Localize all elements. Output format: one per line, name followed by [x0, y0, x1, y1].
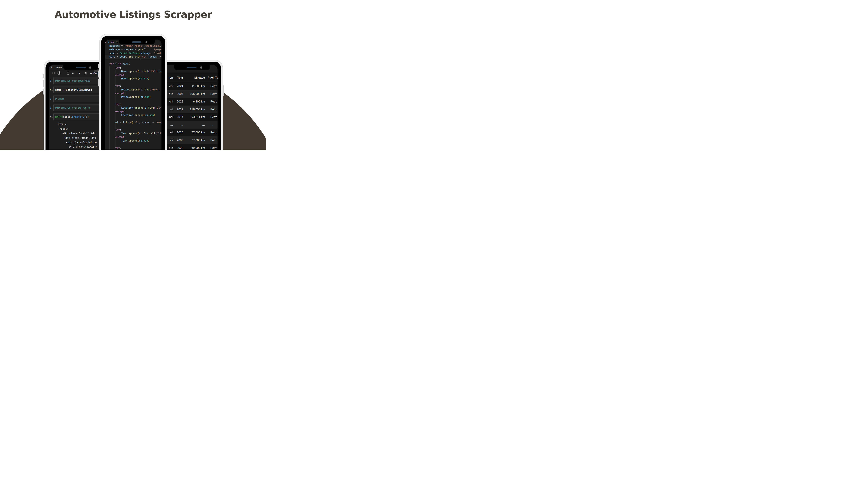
code-token: :	[120, 66, 121, 69]
table-cell: Petro	[205, 98, 217, 106]
code-line: cars = soup.find_all('li', class_ = 'c	[105, 55, 161, 59]
volume-up-button	[98, 70, 100, 77]
code-token: nan	[143, 139, 148, 142]
code-line: Location.append(i.find('ul', c	[105, 106, 161, 110]
code-token: :	[120, 103, 121, 106]
volume-down-button	[42, 89, 44, 94]
code-token: find	[126, 121, 131, 124]
code-token: webpage	[109, 48, 121, 51]
code-token: try	[115, 128, 120, 131]
code-token: append	[135, 114, 143, 116]
code-token: 'li'	[157, 132, 161, 135]
code-token: in	[118, 62, 123, 65]
code-token: class_	[149, 55, 160, 58]
code-token: Name	[121, 77, 127, 80]
code-token: get	[138, 48, 142, 51]
code-token: try	[115, 147, 120, 149]
code-token: soup	[109, 52, 117, 54]
code-token: Location	[121, 106, 133, 109]
code-token: BeautifulSoup	[120, 52, 139, 54]
code-token: =	[152, 121, 155, 124]
silence-switch	[98, 64, 100, 68]
table-cell: 2014	[173, 113, 183, 121]
code-token: soup	[55, 88, 63, 91]
cell-prompt: ]:	[49, 106, 53, 109]
code-token: .	[142, 132, 143, 135]
code-line: Name.append(np.nan)	[105, 77, 161, 80]
code-token: in	[111, 41, 114, 43]
paste-icon[interactable]	[67, 72, 69, 74]
code-token: ### Now we are going to	[55, 106, 90, 109]
menu-item-edit[interactable]: dit	[50, 65, 53, 70]
menu-item-view[interactable]: View	[56, 65, 61, 70]
code-line: try:	[105, 84, 161, 88]
table-cell: 2012	[173, 106, 183, 113]
code-line: Year.append(ul.find_all('li')	[105, 132, 161, 136]
output-line: <div class="modal" id=	[57, 131, 98, 136]
table-cell: 2024	[173, 82, 183, 90]
cut-icon[interactable]	[52, 70, 55, 76]
code-token: .	[142, 77, 143, 80]
code-token: (	[138, 139, 139, 142]
code-token: Name	[121, 70, 127, 73]
code-token: :	[124, 136, 126, 138]
table-cell: 77,000 km	[183, 137, 205, 144]
code-token: :	[124, 74, 126, 76]
code-token: (	[143, 114, 145, 116]
table-cell: Petro	[205, 137, 217, 144]
left-phone-notch	[63, 65, 99, 70]
code-line	[105, 117, 161, 121]
code-token: (	[131, 121, 133, 124]
restart-icon[interactable]	[84, 70, 87, 76]
code-token: ul	[139, 132, 142, 135]
code-line: soup = BeautifulSoup(webpage, 'lxml')	[105, 51, 161, 55]
run-icon[interactable]	[71, 70, 75, 76]
copy-icon[interactable]	[58, 72, 60, 74]
code-token: ,	[146, 55, 149, 58]
code-line: except:	[105, 73, 161, 77]
code-token: Price	[121, 95, 129, 98]
code-token: append	[129, 132, 138, 135]
code-token: append	[130, 88, 139, 91]
code-token: (	[149, 88, 151, 91]
code-token: f	[143, 48, 145, 51]
code-token: )	[149, 95, 151, 98]
speaker-grille-icon	[76, 67, 86, 68]
code-token: 'ul'	[155, 106, 161, 109]
code-token: print	[55, 115, 63, 119]
code-token: cars	[123, 62, 129, 65]
code-token: =	[63, 88, 64, 91]
table-cell: …	[183, 121, 205, 129]
speaker-grille-icon	[187, 67, 196, 68]
code-token: prettify	[72, 115, 84, 119]
table-cell: 2020	[173, 129, 183, 137]
code-token: nan	[145, 95, 149, 98]
code-token: 'search	[155, 121, 161, 124]
stop-icon[interactable]	[77, 70, 81, 76]
code-token: for	[109, 62, 115, 65]
code-token: Year	[121, 139, 127, 142]
code-token: .	[136, 48, 138, 51]
table-header-cell: Fuel_Typ	[205, 73, 217, 82]
code-token: (	[139, 88, 141, 91]
table-cell: 174,511 km	[183, 113, 205, 121]
code-token: (	[148, 70, 149, 73]
code-token: .	[141, 70, 142, 73]
table-cell: 69,000 km	[183, 144, 205, 150]
code-token: find	[148, 106, 154, 109]
code-token: # soup	[55, 97, 64, 101]
code-token: np	[141, 95, 143, 98]
table-cell: 2004	[173, 90, 183, 98]
table-cell: 2022	[173, 98, 183, 106]
code-token: (	[154, 106, 155, 109]
page-title: Automotive Listings Scrapper	[0, 9, 266, 20]
code-token: try	[115, 103, 120, 106]
code-editor[interactable]: r i in raheaders = {'User-Agent':'Mozill…	[105, 40, 161, 150]
fast-forward-icon[interactable]	[89, 70, 92, 76]
code-token: .	[148, 114, 149, 116]
code-token: except	[115, 110, 124, 113]
code-token: try	[115, 66, 120, 69]
code-token: .	[142, 139, 143, 142]
code-token: Year	[121, 132, 127, 135]
code-token: 'Mozilla/5.0	[145, 44, 161, 47]
